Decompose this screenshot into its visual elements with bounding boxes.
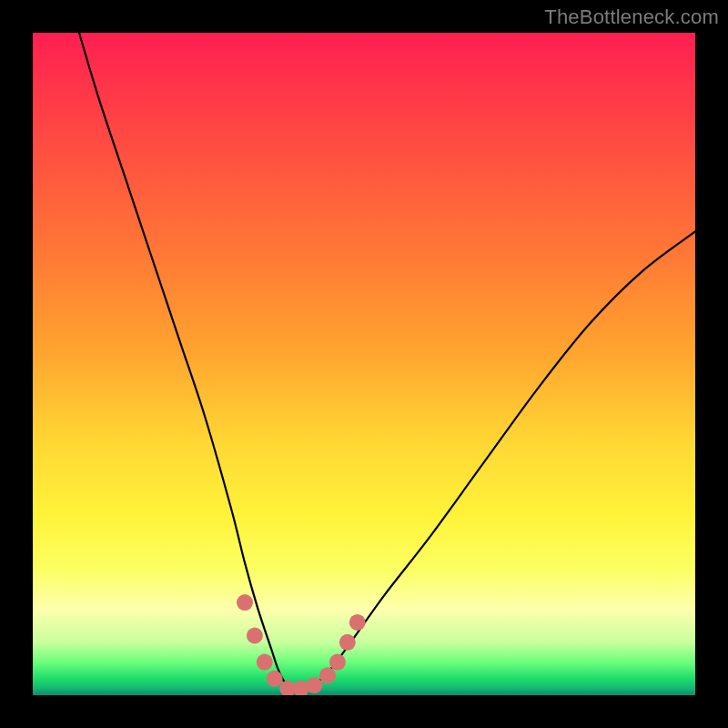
- highlight-markers: [237, 594, 366, 695]
- marker-dot: [349, 614, 366, 631]
- marker-dot: [319, 667, 336, 683]
- marker-dot: [267, 671, 283, 687]
- marker-dot: [247, 628, 263, 644]
- chart-frame: TheBottleneck.com: [0, 0, 728, 728]
- bottleneck-curve: [79, 33, 695, 689]
- watermark-text: TheBottleneck.com: [544, 5, 719, 29]
- chart-svg: [33, 33, 695, 695]
- plot-area: [33, 33, 695, 695]
- marker-dot: [257, 654, 273, 671]
- marker-dot: [237, 594, 253, 611]
- marker-dot: [339, 634, 356, 651]
- marker-dot: [306, 677, 322, 693]
- marker-dot: [329, 654, 346, 671]
